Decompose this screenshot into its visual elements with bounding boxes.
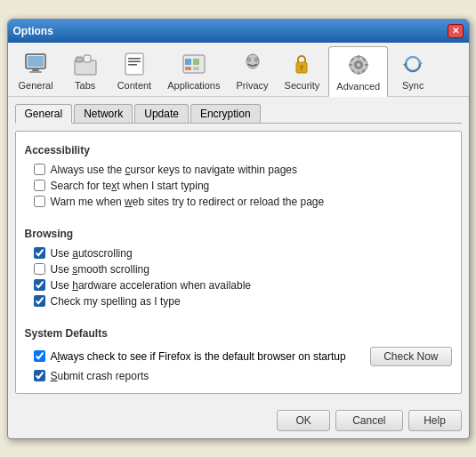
option-spell-check: Check my spelling as I type — [25, 293, 452, 309]
search-text-label: Search for text when I start typing — [51, 180, 210, 192]
tab-general[interactable]: General — [15, 104, 73, 124]
svg-rect-24 — [301, 67, 303, 70]
checkbox-warn-redirect[interactable] — [34, 196, 45, 207]
option-hardware-accel: Use hardware acceleration when available — [25, 277, 452, 293]
divider-2 — [25, 315, 452, 322]
svg-point-20 — [248, 59, 250, 60]
toolbar-sync[interactable]: Sync — [390, 46, 436, 96]
privacy-icon — [238, 50, 267, 78]
option-cursor-keys: Always use the cursor keys to navigate w… — [25, 162, 452, 178]
warn-redirect-text: Warn me when web sites try to redirect o… — [51, 196, 325, 208]
toolbar-sync-label: Sync — [402, 80, 424, 91]
option-search-text: Search for text when I start typing — [25, 178, 452, 194]
browsing-label: Browsing — [25, 228, 452, 240]
window-title: Options — [13, 25, 53, 37]
svg-rect-8 — [128, 58, 141, 60]
svg-rect-5 — [76, 57, 83, 62]
checkbox-hardware-accel[interactable] — [34, 279, 45, 291]
default-browser-row: Always check to see if Firefox is the de… — [25, 345, 452, 368]
sync-icon — [399, 50, 427, 78]
svg-rect-15 — [185, 67, 191, 70]
toolbar-advanced-label: Advanced — [336, 81, 380, 92]
toolbar-content[interactable]: Content — [110, 46, 159, 96]
default-browser-text: Always check to see if Firefox is the de… — [51, 350, 346, 363]
svg-rect-9 — [128, 60, 141, 62]
toolbar-content-label: Content — [117, 80, 152, 91]
title-bar: Options ✕ — [8, 20, 469, 43]
accessibility-label: Accessibility — [25, 144, 452, 156]
content-icon — [120, 50, 149, 78]
sub-tabs: General Network Update Encryption — [15, 104, 462, 124]
checkbox-crash-reports[interactable] — [34, 370, 45, 381]
tab-network[interactable]: Network — [74, 104, 133, 123]
applications-icon — [180, 50, 208, 78]
svg-rect-2 — [32, 69, 39, 71]
checkbox-cursor-keys[interactable] — [34, 164, 45, 175]
toolbar-general[interactable]: General — [12, 46, 61, 96]
divider-1 — [25, 215, 452, 222]
toolbar-general-label: General — [19, 80, 53, 91]
smooth-scroll-text: Use smooth scrolling — [51, 263, 149, 276]
check-now-button[interactable]: Check Now — [370, 347, 451, 366]
general-icon — [21, 50, 50, 78]
toolbar-security[interactable]: Security — [278, 46, 327, 96]
cancel-button[interactable]: Cancel — [335, 410, 402, 431]
main-panel: Accessibility Always use the cursor keys… — [15, 131, 462, 394]
checkbox-autoscroll[interactable] — [34, 247, 45, 259]
toolbar-advanced[interactable]: Advanced — [328, 46, 388, 97]
tabs-icon — [71, 50, 100, 78]
toolbar-tabs[interactable]: Tabs — [62, 46, 109, 96]
svg-rect-30 — [349, 64, 352, 66]
bottom-buttons: OK Cancel Help — [8, 401, 469, 438]
option-smooth-scroll: Use smooth scrolling — [25, 261, 452, 277]
svg-point-27 — [357, 63, 360, 67]
toolbar-applications[interactable]: Applications — [160, 46, 227, 96]
svg-rect-29 — [358, 71, 359, 75]
svg-rect-16 — [193, 67, 199, 70]
svg-point-21 — [255, 59, 257, 60]
svg-rect-14 — [193, 59, 199, 65]
toolbar: General Tabs — [8, 43, 469, 97]
advanced-icon — [344, 51, 373, 79]
svg-rect-13 — [185, 59, 191, 65]
toolbar-applications-label: Applications — [167, 80, 220, 91]
svg-rect-3 — [29, 71, 42, 73]
crash-reports-text: Submit crash reports — [51, 370, 149, 382]
close-button[interactable]: ✕ — [448, 24, 464, 38]
checkbox-search-text[interactable] — [34, 180, 45, 191]
ok-button[interactable]: OK — [277, 410, 330, 431]
spell-check-text: Check my spelling as I type — [51, 295, 181, 308]
svg-rect-31 — [365, 64, 368, 66]
security-icon — [287, 50, 316, 78]
help-button[interactable]: Help — [408, 410, 462, 431]
system-defaults-label: System Defaults — [25, 327, 452, 340]
options-window: Options ✕ General — [7, 19, 470, 439]
option-autoscroll: Use autoscrolling — [25, 245, 452, 261]
tab-encryption[interactable]: Encryption — [190, 104, 261, 123]
svg-rect-1 — [28, 56, 44, 67]
svg-rect-28 — [358, 55, 359, 59]
toolbar-privacy-label: Privacy — [237, 80, 269, 91]
tab-update[interactable]: Update — [134, 104, 189, 123]
autoscroll-text: Use autoscrolling — [51, 247, 133, 260]
checkbox-smooth-scroll[interactable] — [34, 263, 45, 275]
option-crash-reports: Submit crash reports — [25, 368, 452, 384]
toolbar-privacy[interactable]: Privacy — [230, 46, 276, 96]
hardware-accel-text: Use hardware acceleration when available — [51, 279, 252, 292]
svg-rect-6 — [84, 55, 91, 62]
checkbox-default-browser[interactable] — [34, 350, 45, 362]
svg-rect-10 — [128, 64, 137, 66]
checkbox-spell-check[interactable] — [34, 295, 45, 307]
option-warn-redirect: Warn me when web sites try to redirect o… — [25, 194, 452, 210]
toolbar-tabs-label: Tabs — [75, 80, 95, 91]
toolbar-security-label: Security — [285, 80, 320, 91]
cursor-keys-text: Always use the cursor keys to navigate w… — [51, 164, 297, 176]
content-area: General Network Update Encryption Access… — [8, 97, 469, 401]
